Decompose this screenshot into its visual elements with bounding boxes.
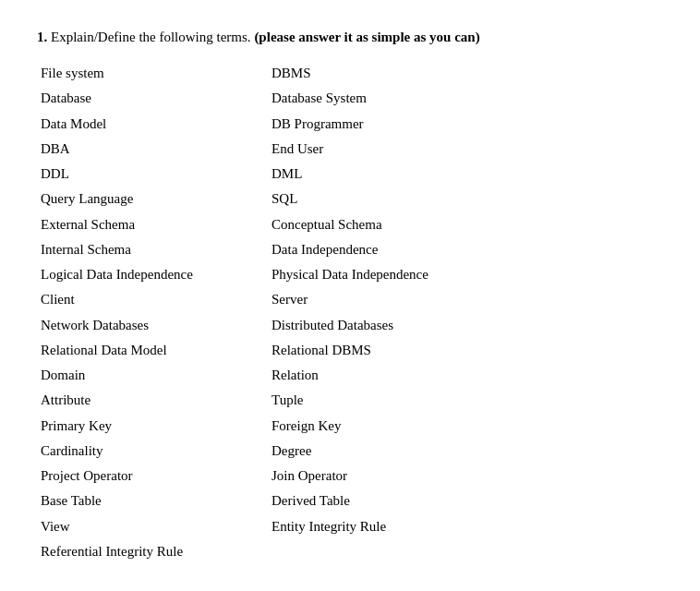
- term-left-19: Referential Integrity Rule: [41, 540, 262, 563]
- term-right-5: SQL: [272, 187, 663, 211]
- term-right-13: Tuple: [272, 389, 663, 412]
- question-1-block: 1. Explain/Define the following terms. (…: [37, 28, 663, 563]
- term-right-7: Data Independence: [272, 238, 663, 261]
- term-right-6: Conceptual Schema: [272, 213, 663, 236]
- term-right-14: Foreign Key: [272, 415, 663, 438]
- term-left-12: Domain: [41, 364, 262, 387]
- term-left-1: Database: [41, 87, 262, 110]
- term-right-2: DB Programmer: [272, 113, 663, 136]
- term-left-15: Cardinality: [41, 440, 262, 463]
- term-left-17: Base Table: [41, 489, 262, 513]
- term-right-9: Server: [272, 288, 663, 311]
- term-right-17: Derived Table: [272, 489, 663, 513]
- question-1-number: 1.: [37, 30, 47, 44]
- term-left-7: Internal Schema: [41, 238, 262, 261]
- term-left-8: Logical Data Independence: [41, 263, 262, 286]
- term-left-16: Project Operator: [41, 464, 262, 488]
- term-left-11: Relational Data Model: [41, 339, 262, 362]
- term-right-12: Relation: [272, 364, 663, 387]
- term-left-13: Attribute: [41, 389, 262, 412]
- term-right-11: Relational DBMS: [272, 339, 663, 362]
- term-left-6: External Schema: [41, 213, 262, 236]
- terms-grid: File systemDBMSDatabaseDatabase SystemDa…: [41, 62, 663, 563]
- question-1-text: Explain/Define the following terms.: [47, 30, 254, 44]
- term-right-10: Distributed Databases: [272, 314, 663, 337]
- term-right-15: Degree: [272, 440, 663, 463]
- term-right-16: Join Operator: [272, 464, 663, 488]
- term-left-5: Query Language: [41, 187, 262, 211]
- term-left-0: File system: [41, 62, 262, 85]
- term-left-9: Client: [41, 288, 262, 311]
- term-right-8: Physical Data Independence: [272, 263, 663, 286]
- term-right-0: DBMS: [272, 62, 663, 85]
- term-right-1: Database System: [272, 87, 663, 110]
- term-left-4: DDL: [41, 163, 262, 186]
- term-left-3: DBA: [41, 138, 262, 161]
- term-right-19: [272, 540, 663, 563]
- term-left-18: View: [41, 515, 262, 538]
- term-left-2: Data Model: [41, 113, 262, 136]
- question-1-instruction: (please answer it as simple as you can): [254, 30, 479, 44]
- term-right-18: Entity Integrity Rule: [272, 515, 663, 538]
- term-right-4: DML: [272, 163, 663, 186]
- term-right-3: End User: [272, 138, 663, 161]
- term-left-14: Primary Key: [41, 415, 262, 438]
- term-left-10: Network Databases: [41, 314, 262, 337]
- question-1-heading: 1. Explain/Define the following terms. (…: [37, 28, 663, 47]
